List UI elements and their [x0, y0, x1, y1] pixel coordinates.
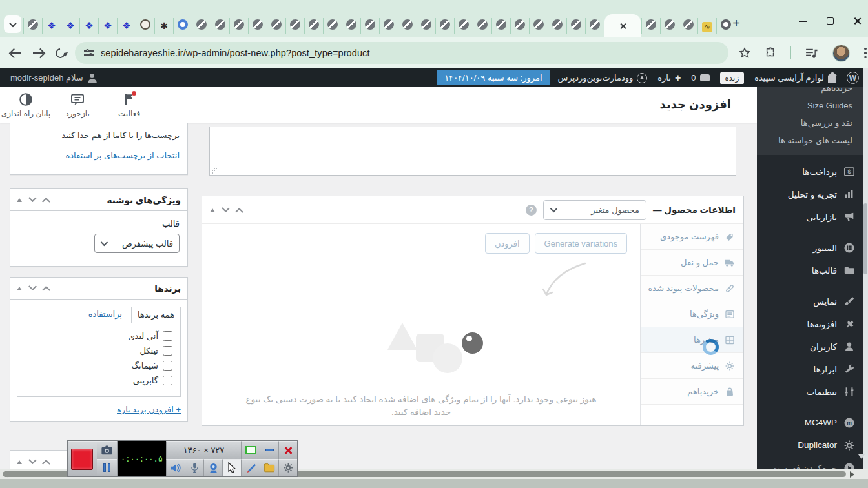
- move-icon[interactable]: [17, 458, 22, 464]
- browser-tab[interactable]: [548, 18, 566, 34]
- chevron-up-icon[interactable]: [235, 207, 243, 216]
- browser-tab[interactable]: ❖: [61, 18, 79, 34]
- address-bar[interactable]: sepideharayeshie.ir/wp-admin/post-new.ph…: [75, 42, 728, 64]
- product-data-tab[interactable]: حمل و نقل: [641, 250, 743, 276]
- help-icon[interactable]: ?: [526, 205, 537, 216]
- wp-logo-item[interactable]: W: [842, 68, 864, 87]
- sidebar-submenu-item[interactable]: لیست های خواسته ها: [757, 132, 863, 149]
- vertical-scrollbar-thumb[interactable]: [863, 203, 867, 274]
- chevron-down-icon[interactable]: [222, 204, 230, 212]
- vertical-scrollbar[interactable]: [863, 68, 868, 479]
- open-folder-button[interactable]: [260, 459, 278, 477]
- add-variation-button[interactable]: افزودن: [485, 233, 530, 254]
- setup-toolbar-item[interactable]: پایان راه اندازی: [0, 87, 52, 123]
- tags-textarea[interactable]: [209, 127, 736, 176]
- site-info-icon[interactable]: [84, 49, 94, 57]
- sidebar-menu-item[interactable]: ابزارها: [757, 358, 863, 380]
- browser-tab[interactable]: [379, 18, 398, 34]
- chevron-down-icon[interactable]: [28, 456, 37, 464]
- sidebar-menu-item[interactable]: کاربران: [757, 335, 863, 358]
- brand-row[interactable]: گابرینی: [25, 373, 172, 388]
- browser-tab[interactable]: [679, 18, 698, 34]
- brand-row[interactable]: تینکل: [25, 343, 172, 358]
- panel-header[interactable]: ویژگی‌های نوشته: [10, 189, 187, 211]
- browser-tab[interactable]: [23, 18, 42, 34]
- browser-tab[interactable]: [285, 18, 304, 34]
- sidebar-menu-item[interactable]: m MC4WP: [757, 411, 863, 434]
- back-button[interactable]: [5, 42, 27, 64]
- browser-tab[interactable]: [267, 18, 285, 34]
- resize-grip-icon[interactable]: [212, 167, 218, 174]
- close-recorder-button[interactable]: [278, 441, 297, 459]
- profile-avatar[interactable]: [832, 45, 850, 62]
- browser-tab[interactable]: [398, 18, 417, 34]
- minimize-recorder-button[interactable]: [260, 441, 278, 459]
- theme-label[interactable]: وودمارت‌نوین‌وردپرس: [558, 73, 634, 83]
- browser-menu-icon[interactable]: [864, 48, 867, 59]
- site-name-item[interactable]: لوازم آرایشی سپیده: [749, 68, 842, 87]
- sidebar-menu-item[interactable]: افزونه‌ها: [757, 312, 863, 335]
- sidebar-menu-item[interactable]: $ پرداخت‌ها: [757, 160, 863, 183]
- live-badge-item[interactable]: زنده: [715, 68, 750, 87]
- media-queue-icon[interactable]: [805, 48, 818, 58]
- sidebar-menu-item[interactable]: تنظیمات: [757, 380, 863, 403]
- browser-tab[interactable]: [473, 18, 491, 34]
- product-type-select[interactable]: محصول متغیر: [543, 200, 646, 220]
- sidebar-menu-item[interactable]: تجزیه و تحلیل: [757, 183, 863, 205]
- site-name[interactable]: لوازم آرایشی سپیده: [754, 73, 824, 83]
- reload-button[interactable]: [49, 42, 71, 64]
- browser-tab[interactable]: [585, 18, 604, 34]
- pause-button[interactable]: [97, 459, 117, 477]
- brand-checkbox[interactable]: [163, 361, 172, 371]
- brand-row[interactable]: شیمانگ: [25, 358, 172, 373]
- browser-tab[interactable]: [491, 18, 510, 34]
- product-data-tab[interactable]: محصولات پیوند شده: [641, 276, 743, 301]
- active-tab[interactable]: [604, 14, 641, 37]
- browser-tab[interactable]: ∿: [698, 18, 716, 34]
- pen-tool-button[interactable]: [241, 459, 260, 477]
- product-data-tab[interactable]: ویژگی‌ها: [641, 301, 743, 327]
- sidebar-menu-item[interactable]: نمایش: [757, 290, 863, 312]
- move-icon[interactable]: [17, 284, 22, 290]
- browser-tab[interactable]: [248, 18, 267, 34]
- product-data-tab[interactable]: فهرست موجودی: [641, 224, 743, 250]
- template-select[interactable]: قالب پیشفرض: [94, 234, 180, 253]
- live-badge[interactable]: زنده: [720, 72, 745, 84]
- webcam-button[interactable]: [203, 459, 222, 477]
- chevron-up-icon[interactable]: [42, 459, 50, 467]
- move-icon[interactable]: [17, 196, 22, 202]
- new-label[interactable]: تازه: [657, 73, 671, 83]
- minimize-icon[interactable]: [799, 21, 807, 22]
- recorder-settings-button[interactable]: [278, 459, 297, 477]
- sidebar-menu-item[interactable]: قالب‌ها: [757, 259, 863, 281]
- cursor-tool-button[interactable]: [222, 459, 241, 477]
- sidebar-submenu-item[interactable]: نقد و بررسی‌ها: [757, 114, 863, 132]
- account-item[interactable]: سلام modir-sepideh: [4, 73, 103, 83]
- tab-most-used[interactable]: پراستفاده: [88, 309, 122, 323]
- panel-header[interactable]: برندها: [10, 278, 187, 300]
- setup-toolbar-item[interactable]: فعالیت: [103, 87, 155, 123]
- bookmark-star-icon[interactable]: [739, 47, 750, 59]
- browser-tab[interactable]: [136, 18, 154, 34]
- forward-button[interactable]: [27, 42, 49, 64]
- add-brand-link[interactable]: + افزودن برند تازه: [117, 405, 181, 414]
- url-text[interactable]: sepideharayeshie.ir/wp-admin/post-new.ph…: [101, 48, 370, 58]
- record-button[interactable]: [71, 449, 93, 470]
- browser-tab[interactable]: [435, 18, 454, 34]
- sidebar-submenu-item[interactable]: خریدباهم: [757, 87, 863, 97]
- chevron-down-icon[interactable]: [28, 282, 37, 290]
- browser-tab[interactable]: [529, 18, 548, 34]
- tab-all-brands[interactable]: همه برندها: [131, 307, 181, 323]
- screenshot-button[interactable]: [97, 441, 117, 459]
- chevron-up-icon[interactable]: [42, 198, 50, 206]
- move-icon[interactable]: [210, 206, 215, 212]
- browser-tab[interactable]: [211, 18, 229, 34]
- browser-tab[interactable]: ❖: [79, 18, 98, 34]
- product-data-tab[interactable]: خریدباهم: [641, 379, 743, 405]
- browser-tab[interactable]: ❖: [98, 18, 117, 34]
- browser-tab[interactable]: ❖: [42, 18, 61, 34]
- browser-tab[interactable]: [510, 18, 529, 34]
- microphone-button[interactable]: [185, 459, 203, 477]
- brand-row[interactable]: آنی لیدی: [25, 329, 172, 343]
- browser-tab[interactable]: [454, 18, 473, 34]
